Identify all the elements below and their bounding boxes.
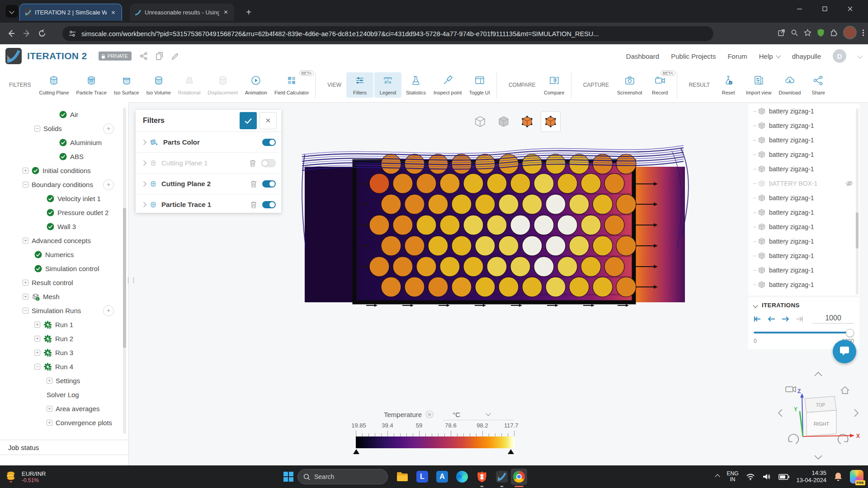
- expand-icon[interactable]: +: [23, 294, 28, 300]
- open-in-new-icon[interactable]: [778, 29, 785, 37]
- battery-cell[interactable]: [499, 236, 519, 256]
- parts-list-item[interactable]: −battery zigzag-1: [748, 118, 859, 133]
- window-minimize-button[interactable]: [788, 0, 811, 18]
- expand-icon[interactable]: +: [34, 336, 40, 342]
- legend-unit-chevron-icon[interactable]: [486, 411, 491, 416]
- parts-list-item[interactable]: −battery zigzag-1: [748, 104, 859, 118]
- battery-cell[interactable]: [499, 194, 519, 214]
- battery-cell[interactable]: [557, 257, 577, 277]
- tray-expand-chevron[interactable]: [715, 474, 720, 479]
- cad-app-icon[interactable]: A: [434, 469, 450, 485]
- toolbar-button-reset[interactable]: Reset: [715, 72, 742, 98]
- nav-help[interactable]: Help: [759, 52, 780, 60]
- legend-min-marker[interactable]: [353, 449, 359, 454]
- add-item-button[interactable]: +: [103, 305, 114, 316]
- back-button[interactable]: [4, 26, 19, 41]
- battery-cell[interactable]: [581, 215, 601, 235]
- tree-item-abs[interactable]: ABS: [0, 150, 128, 164]
- expand-icon[interactable]: +: [23, 238, 28, 244]
- battery-cell[interactable]: [440, 174, 460, 193]
- battery-cell[interactable]: [616, 236, 636, 256]
- parts-list-item[interactable]: −battery zigzag-1: [748, 249, 859, 263]
- battery-cell[interactable]: [569, 277, 589, 297]
- battery-cell[interactable]: [522, 154, 542, 174]
- battery-cell[interactable]: [593, 277, 613, 297]
- battery-cell[interactable]: [463, 257, 483, 277]
- battery-cell[interactable]: [452, 194, 472, 214]
- view-surfaces-button[interactable]: [517, 111, 537, 132]
- battery-cell[interactable]: [522, 194, 542, 214]
- view-solid-button[interactable]: [494, 111, 514, 132]
- battery-cell[interactable]: [487, 257, 507, 277]
- tree-item-run-2[interactable]: +Run 2: [0, 332, 128, 346]
- battery-cell[interactable]: [510, 174, 530, 193]
- expand-icon[interactable]: +: [47, 406, 52, 412]
- toolbar-button-filters[interactable]: Filters: [346, 72, 373, 98]
- nav-forum[interactable]: Forum: [727, 52, 747, 60]
- iteration-value-input[interactable]: 1000: [812, 314, 854, 324]
- last-iteration-button[interactable]: [796, 316, 803, 322]
- battery-cell[interactable]: [428, 194, 448, 214]
- parts-list-item[interactable]: −bATTERY BOX-1: [748, 176, 859, 191]
- copy-project-icon[interactable]: [156, 52, 163, 60]
- browser-tab-active[interactable]: ITERATION 2 | SimScale Workbe ✕: [19, 4, 122, 21]
- battery-cell[interactable]: [522, 236, 542, 256]
- sidebar-resize-handle[interactable]: ❘❘: [126, 277, 137, 283]
- toolbar-button-statistics[interactable]: Statistics: [402, 72, 429, 98]
- start-button[interactable]: [280, 469, 297, 485]
- expand-chevron-icon[interactable]: [141, 202, 146, 207]
- battery-cell[interactable]: [475, 277, 495, 297]
- battery-cell[interactable]: [381, 194, 401, 214]
- battery-cell[interactable]: [510, 215, 530, 235]
- parts-list-item[interactable]: −battery zigzag-1: [748, 220, 859, 234]
- battery-cell[interactable]: [534, 174, 554, 193]
- battery-cell[interactable]: [604, 174, 624, 193]
- battery-cell[interactable]: [593, 194, 613, 214]
- filter-row-cutting-plane-1[interactable]: Cutting Plane 1: [136, 153, 281, 174]
- filter-row-cutting-plane-2[interactable]: Cutting Plane 2: [136, 174, 281, 194]
- battery-cell[interactable]: [369, 215, 389, 235]
- tree-item-velocity-inlet-1[interactable]: Velocity inlet 1: [0, 192, 128, 206]
- battery-cell[interactable]: [428, 277, 448, 297]
- battery-cell[interactable]: [475, 194, 495, 214]
- tree-item-mesh[interactable]: +Mesh: [0, 290, 128, 304]
- tree-item-aluminium[interactable]: Aluminium: [0, 136, 128, 150]
- volume-icon[interactable]: [762, 473, 771, 480]
- toolbar-button-share[interactable]: Share: [805, 72, 832, 98]
- previous-iteration-button[interactable]: [768, 316, 775, 322]
- expand-chevron-icon[interactable]: [141, 181, 146, 186]
- delete-filter-icon[interactable]: [250, 201, 257, 208]
- tree-item-solids[interactable]: −Solids+: [0, 122, 128, 136]
- taskbar-stocks-widget[interactable]: EUR/INR -0.51%: [5, 470, 72, 483]
- next-iteration-button[interactable]: [782, 316, 789, 322]
- toolbar-button-iso-surface[interactable]: Iso Surface: [111, 72, 142, 98]
- tree-item-air[interactable]: Air: [0, 108, 128, 122]
- parts-list-item[interactable]: −battery zigzag-1: [748, 191, 859, 205]
- battery-cell[interactable]: [604, 215, 624, 235]
- battery-cell[interactable]: [534, 215, 554, 235]
- sidebar-scrollbar[interactable]: [123, 108, 126, 434]
- battery-cell[interactable]: [546, 236, 566, 256]
- battery-cell[interactable]: [616, 194, 636, 214]
- battery-cell[interactable]: [546, 277, 566, 297]
- tree-item-solver-log[interactable]: Solver Log: [0, 388, 128, 402]
- tree-item-simulation-runs[interactable]: −Simulation Runs+: [0, 304, 128, 318]
- tree-item-area-averages[interactable]: +Area averages: [0, 402, 128, 416]
- taskbar-clock[interactable]: 14:35 13-04-2024: [797, 469, 827, 484]
- toolbar-button-download[interactable]: Download: [775, 72, 804, 98]
- expand-icon[interactable]: +: [23, 168, 28, 174]
- forward-button[interactable]: [19, 26, 34, 41]
- battery-cell[interactable]: [522, 277, 542, 297]
- iteration-slider-knob[interactable]: [846, 329, 854, 337]
- parts-list-item[interactable]: −battery zigzag-1: [748, 205, 859, 220]
- toolbar-button-cutting-plane[interactable]: Cutting Plane: [36, 72, 72, 98]
- view-parts-button[interactable]: [541, 111, 561, 132]
- battery-cell[interactable]: [416, 174, 436, 193]
- tree-item-result-control[interactable]: +Result control: [0, 276, 128, 290]
- visibility-off-icon[interactable]: [845, 180, 853, 187]
- battery-cell[interactable]: [440, 257, 460, 277]
- battery-cell[interactable]: [393, 257, 413, 277]
- battery-cell[interactable]: [393, 174, 413, 193]
- battery-cell[interactable]: [381, 236, 401, 256]
- tree-item-run-3[interactable]: +Run 3: [0, 346, 128, 360]
